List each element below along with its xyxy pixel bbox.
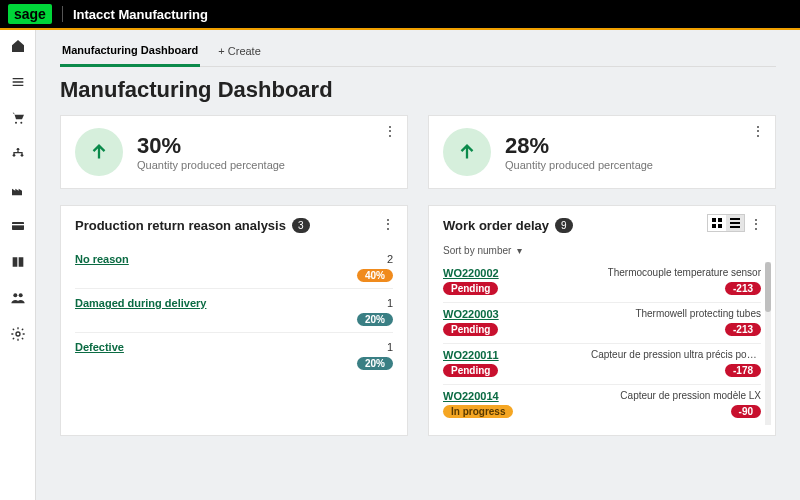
reason-count: 1 — [357, 341, 393, 353]
svg-rect-11 — [718, 218, 722, 222]
book-icon[interactable] — [10, 254, 26, 270]
workorder-panel: ⋮ Work order delay 9 Sort by number ▾ WO… — [428, 205, 776, 436]
trend-up-icon — [75, 128, 123, 176]
workorder-desc: Thermocouple temperature sensor — [608, 267, 761, 278]
workorder-desc: Capteur de pression ultra précis pour ba… — [591, 349, 761, 360]
panel-title-text: Work order delay — [443, 218, 549, 233]
status-pill: In progress — [443, 405, 513, 418]
workorder-id-link[interactable]: WO220003 — [443, 308, 499, 320]
workorder-row: WO220003Thermowell protecting tubesPendi… — [443, 303, 761, 344]
tab-dashboard[interactable]: Manufacturing Dashboard — [60, 38, 200, 67]
workorder-row: WO220011Capteur de pression ultra précis… — [443, 344, 761, 385]
kpi-value: 28% — [505, 133, 653, 159]
svg-rect-5 — [12, 222, 24, 230]
svg-point-0 — [15, 122, 17, 124]
panel-title-text: Production return reason analysis — [75, 218, 286, 233]
trend-up-icon — [443, 128, 491, 176]
kpi-row: ⋮ 30% Quantity produced percentage ⋮ 28%… — [60, 115, 776, 189]
more-icon[interactable]: ⋮ — [751, 124, 765, 138]
workorder-desc: Capteur de pression modèle LX — [620, 390, 761, 401]
workorder-id-link[interactable]: WO220011 — [443, 349, 499, 361]
gear-icon[interactable] — [10, 326, 26, 342]
svg-point-3 — [12, 154, 15, 157]
reason-row: Damaged during delivery120% — [75, 289, 393, 333]
reasons-list: No reason240%Damaged during delivery120%… — [75, 245, 393, 376]
more-icon[interactable]: ⋮ — [383, 124, 397, 138]
workorder-list: WO220002Thermocouple temperature sensorP… — [443, 262, 761, 425]
page-title: Manufacturing Dashboard — [60, 77, 776, 103]
more-icon[interactable]: ⋮ — [381, 216, 395, 232]
panel-title: Production return reason analysis 3 — [75, 218, 393, 233]
reason-count: 1 — [357, 297, 393, 309]
main-content: Manufacturing Dashboard + Create Manufac… — [36, 30, 800, 500]
brand-logo: sage — [8, 4, 52, 24]
workorder-row: WO220002Thermocouple temperature sensorP… — [443, 262, 761, 303]
workorder-id-link[interactable]: WO220014 — [443, 390, 499, 402]
cart-icon[interactable] — [10, 110, 26, 126]
svg-rect-14 — [730, 218, 740, 220]
product-name: Intacct Manufacturing — [73, 7, 208, 22]
reason-link[interactable]: Damaged during delivery — [75, 297, 206, 309]
topbar: sage Intacct Manufacturing — [0, 0, 800, 30]
count-badge: 9 — [555, 218, 573, 233]
status-pill: Pending — [443, 323, 498, 336]
home-icon[interactable] — [10, 38, 26, 54]
reason-link[interactable]: Defective — [75, 341, 124, 353]
svg-rect-6 — [12, 224, 24, 225]
workorder-id-link[interactable]: WO220002 — [443, 267, 499, 279]
percent-pill: 20% — [357, 313, 393, 326]
delay-pill: -213 — [725, 323, 761, 336]
brand-separator — [62, 6, 63, 22]
more-icon[interactable]: ⋮ — [749, 216, 763, 232]
kpi-card-1: ⋮ 30% Quantity produced percentage — [60, 115, 408, 189]
kpi-label: Quantity produced percentage — [137, 159, 285, 171]
delay-pill: -90 — [731, 405, 761, 418]
sort-dropdown[interactable]: Sort by number ▾ — [443, 245, 761, 256]
scrollbar[interactable] — [765, 262, 771, 425]
status-pill: Pending — [443, 364, 498, 377]
kpi-card-2: ⋮ 28% Quantity produced percentage — [428, 115, 776, 189]
svg-point-7 — [13, 293, 17, 297]
view-list-icon[interactable] — [726, 215, 744, 231]
view-toggle — [707, 214, 745, 232]
reason-link[interactable]: No reason — [75, 253, 129, 265]
svg-point-4 — [20, 154, 23, 157]
workorder-desc: Thermowell protecting tubes — [635, 308, 761, 319]
svg-rect-15 — [730, 222, 740, 224]
svg-point-8 — [18, 293, 22, 297]
kpi-label: Quantity produced percentage — [505, 159, 653, 171]
percent-pill: 20% — [357, 357, 393, 370]
card-icon[interactable] — [10, 218, 26, 234]
tabs: Manufacturing Dashboard + Create — [60, 38, 776, 67]
svg-rect-16 — [730, 226, 740, 228]
scrollbar-thumb[interactable] — [765, 262, 771, 312]
svg-rect-12 — [712, 224, 716, 228]
kpi-value: 30% — [137, 133, 285, 159]
panels-row: ⋮ Production return reason analysis 3 No… — [60, 205, 776, 436]
workorder-row: WO220014Capteur de pression modèle LXIn … — [443, 385, 761, 425]
reason-row: No reason240% — [75, 245, 393, 289]
percent-pill: 40% — [357, 269, 393, 282]
factory-icon[interactable] — [10, 182, 26, 198]
delay-pill: -178 — [725, 364, 761, 377]
svg-rect-10 — [712, 218, 716, 222]
org-icon[interactable] — [10, 146, 26, 162]
delay-pill: -213 — [725, 282, 761, 295]
svg-rect-13 — [718, 224, 722, 228]
reason-row: Defective120% — [75, 333, 393, 376]
svg-point-2 — [16, 148, 19, 151]
status-pill: Pending — [443, 282, 498, 295]
view-grid-icon[interactable] — [708, 215, 726, 231]
svg-point-9 — [16, 332, 20, 336]
tab-create[interactable]: + Create — [216, 39, 263, 65]
sidebar — [0, 30, 36, 500]
list-icon[interactable] — [10, 74, 26, 90]
svg-point-1 — [20, 122, 22, 124]
reasons-panel: ⋮ Production return reason analysis 3 No… — [60, 205, 408, 436]
reason-count: 2 — [357, 253, 393, 265]
users-icon[interactable] — [10, 290, 26, 306]
count-badge: 3 — [292, 218, 310, 233]
